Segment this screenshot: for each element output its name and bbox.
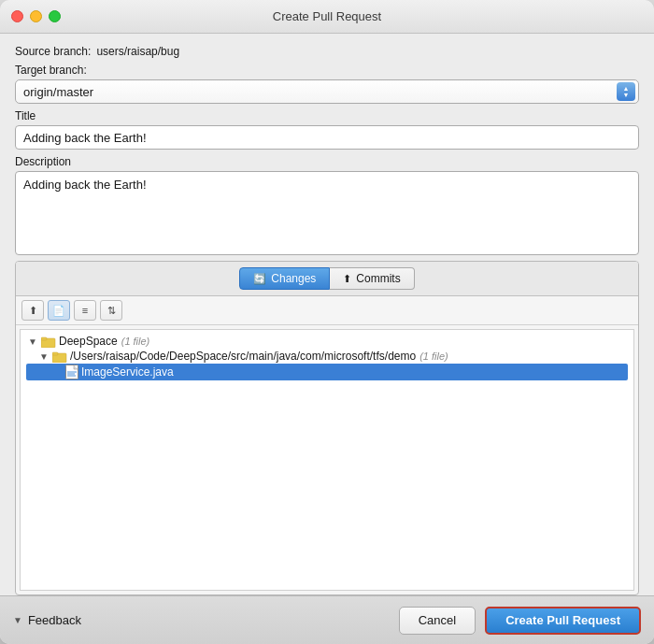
main-content: Source branch: users/raisap/bug Target b… <box>0 34 654 595</box>
folder-icon-sub <box>52 351 67 363</box>
feedback-button[interactable]: ▼ Feedback <box>13 613 81 627</box>
source-branch-value: users/raisap/bug <box>96 45 179 58</box>
window: Create Pull Request Source branch: users… <box>0 0 654 644</box>
footer-actions: Cancel Create Pull Request <box>399 607 641 635</box>
subfolder-name: /Users/raisap/Code/DeepSpace/src/main/ja… <box>70 350 416 363</box>
file-name: ImageService.java <box>81 365 174 379</box>
target-branch-field: Target branch: origin/master <box>15 64 639 104</box>
description-label: Description <box>15 155 639 168</box>
target-branch-select[interactable]: origin/master <box>15 79 639 104</box>
root-folder-name: DeepSpace <box>59 335 118 348</box>
file-tree[interactable]: ▼ DeepSpace (1 file) ▼ <box>20 329 634 591</box>
panel-tabs: 🔄 Changes ⬆ Commits <box>16 262 638 296</box>
title-label: Title <box>15 109 639 122</box>
tree-arrow-root: ▼ <box>28 336 41 347</box>
commits-tab-icon: ⬆ <box>343 273 351 285</box>
root-folder-meta: (1 file) <box>121 336 150 347</box>
feedback-arrow-icon: ▼ <box>13 615 22 625</box>
toolbar-btn-2[interactable]: 📄 <box>48 300 70 321</box>
window-title: Create Pull Request <box>273 9 381 23</box>
toolbar-btn-1[interactable]: ⬆ <box>21 300 44 321</box>
create-pull-request-button[interactable]: Create Pull Request <box>485 607 641 635</box>
commits-tab-label: Commits <box>356 272 400 285</box>
maximize-button[interactable] <box>49 10 61 22</box>
tree-arrow-sub: ▼ <box>39 351 52 362</box>
changes-panel: 🔄 Changes ⬆ Commits ⬆ 📄 ≡ ⇅ ▼ <box>15 261 639 595</box>
tree-file-item[interactable]: ImageService.java <box>26 364 628 380</box>
titlebar: Create Pull Request <box>0 0 654 34</box>
minimize-button[interactable] <box>30 10 42 22</box>
toolbar-btn-3[interactable]: ≡ <box>74 300 96 321</box>
file-icon-java <box>65 365 78 379</box>
footer: ▼ Feedback Cancel Create Pull Request <box>0 595 654 644</box>
source-branch-row: Source branch: users/raisap/bug <box>15 45 639 58</box>
source-branch-label: Source branch: <box>15 45 91 58</box>
svg-rect-1 <box>41 337 47 340</box>
title-field-row: Title <box>15 109 639 150</box>
toolbar-row: ⬆ 📄 ≡ ⇅ <box>16 296 638 325</box>
toolbar-btn-4[interactable]: ⇅ <box>100 300 122 321</box>
cancel-button[interactable]: Cancel <box>399 607 476 635</box>
tree-root-item[interactable]: ▼ DeepSpace (1 file) <box>26 334 628 349</box>
subfolder-meta: (1 file) <box>419 351 448 362</box>
tab-changes[interactable]: 🔄 Changes <box>239 267 330 290</box>
target-branch-label: Target branch: <box>15 64 639 77</box>
description-textarea[interactable]: Adding back the Earth! <box>15 171 639 255</box>
changes-tab-label: Changes <box>271 272 316 285</box>
close-button[interactable] <box>11 10 23 22</box>
tab-commits[interactable]: ⬆ Commits <box>330 267 414 290</box>
svg-rect-3 <box>52 352 58 355</box>
description-field-row: Description Adding back the Earth! <box>15 155 639 255</box>
target-branch-wrapper: origin/master <box>15 79 639 104</box>
tree-subfolder-item[interactable]: ▼ /Users/raisap/Code/DeepSpace/src/main/… <box>26 349 628 364</box>
feedback-label: Feedback <box>28 613 81 627</box>
changes-tab-icon: 🔄 <box>253 273 266 285</box>
folder-icon-root <box>41 336 56 348</box>
traffic-lights <box>11 10 61 22</box>
title-input[interactable] <box>15 125 639 150</box>
